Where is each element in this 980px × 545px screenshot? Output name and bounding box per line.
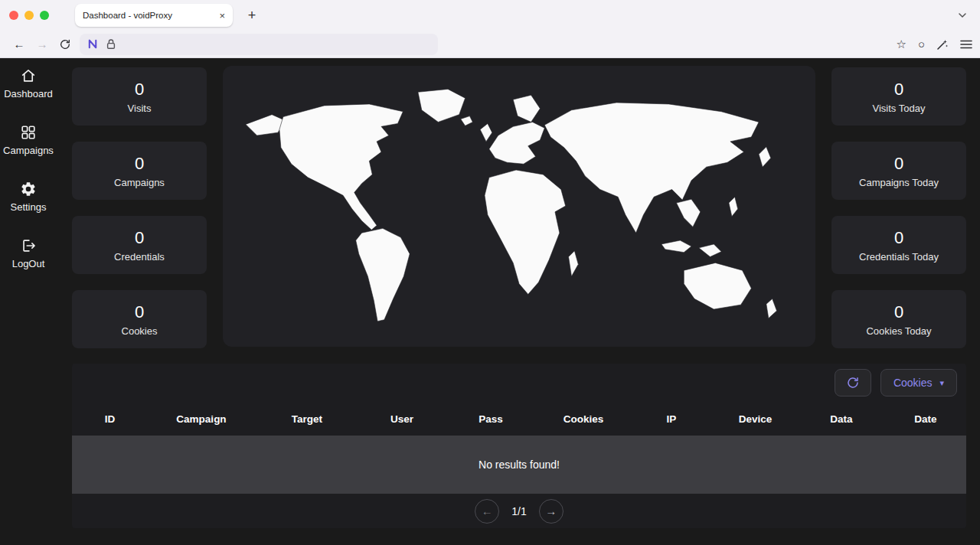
back-icon[interactable]: ← [8,38,31,51]
stat-label: Cookies [122,325,158,337]
column-header-cookies: Cookies [537,413,630,425]
stat-card-campaigns: 0 Campaigns [72,142,207,200]
stat-label: Cookies Today [866,325,931,337]
empty-results-row: No results found! [72,436,966,494]
empty-results-message: No results found! [479,459,560,471]
chevron-down-icon[interactable] [957,10,968,21]
browser-chrome: Dashboard - voidProxy × + ← → [0,0,980,58]
shield-circle-icon[interactable]: ○ [918,38,925,51]
refresh-button[interactable] [835,369,871,397]
sidebar-item-label: Settings [11,201,47,213]
stat-card-credentials: 0 Credentials [72,216,207,274]
logout-icon [20,237,37,254]
address-bar[interactable] [80,34,438,55]
arrow-right-icon: → [545,504,557,517]
reload-icon[interactable] [54,38,77,51]
stat-card-cookies-today: 0 Cookies Today [831,290,966,348]
browser-tab[interactable]: Dashboard - voidProxy × [75,4,233,27]
column-header-user: User [359,413,445,425]
cookies-filter-dropdown[interactable]: Cookies ▾ [880,369,957,397]
stat-label: Campaigns Today [859,177,939,188]
stat-card-cookies: 0 Cookies [72,290,207,348]
lock-icon[interactable] [106,38,116,50]
stat-label: Campaigns [114,177,165,188]
arrow-left-icon: ← [482,504,493,517]
window-controls [0,11,49,20]
gear-icon [20,181,37,197]
column-header-id: ID [72,413,148,425]
minimize-window-button[interactable] [24,11,34,20]
world-map-panel [223,66,815,347]
stat-card-credentials-today: 0 Credentials Today [831,216,966,274]
previous-page-button[interactable]: ← [475,499,499,524]
stats-column-today: 0 Visits Today 0 Campaigns Today 0 Crede… [831,67,966,348]
column-header-campaign: Campaign [148,413,255,425]
nav-right-actions: ☆ ○ [896,38,972,51]
stat-value: 0 [135,154,144,174]
sparkle-wand-icon[interactable] [936,38,949,51]
sidebar-item-label: Dashboard [4,88,53,100]
tab-bar: Dashboard - voidProxy × + [0,0,980,31]
results-panel: Cookies ▾ ID Campaign Target User Pass C… [72,364,966,528]
column-header-pass: Pass [445,413,537,425]
caret-down-icon: ▾ [939,378,944,388]
navigation-bar: ← → ☆ ○ [0,31,980,58]
dashboard-page: Dashboard Campaigns Settings LogOut [0,58,980,545]
sidebar-item-label: LogOut [12,258,45,269]
stat-value: 0 [894,154,903,174]
sidebar-item-label: Campaigns [3,145,54,156]
tab-title: Dashboard - voidProxy [83,11,214,20]
sidebar-item-campaigns[interactable]: Campaigns [3,124,54,156]
column-header-data: Data [798,413,885,425]
refresh-icon [846,376,860,390]
stat-value: 0 [894,302,903,322]
stat-label: Visits Today [873,103,926,114]
stat-label: Credentials [114,251,165,263]
results-toolbar: Cookies ▾ [72,364,966,402]
stat-value: 0 [135,80,144,100]
zoom-window-button[interactable] [40,11,49,20]
stat-label: Visits [128,103,152,114]
next-page-button[interactable]: → [539,499,564,524]
stat-value: 0 [135,302,144,322]
column-header-device: Device [713,413,798,425]
column-header-target: Target [255,413,359,425]
filter-label: Cookies [893,377,933,389]
home-icon [20,67,37,84]
stat-value: 0 [894,228,903,248]
table-header-row: ID Campaign Target User Pass Cookies IP … [72,402,966,436]
sidebar-item-dashboard[interactable]: Dashboard [4,67,53,100]
stat-card-visits: 0 Visits [72,67,207,126]
close-window-button[interactable] [9,11,18,20]
column-header-ip: IP [630,413,713,425]
sidebar-item-settings[interactable]: Settings [11,181,47,213]
sidebar: Dashboard Campaigns Settings LogOut [0,58,57,545]
new-tab-button[interactable]: + [243,8,260,24]
stat-card-visits-today: 0 Visits Today [831,67,966,126]
stats-column-totals: 0 Visits 0 Campaigns 0 Credentials 0 Coo… [72,67,207,348]
column-header-date: Date [885,413,966,425]
world-map [242,80,796,333]
stat-value: 0 [135,228,144,248]
page-indicator: 1/1 [511,505,526,517]
menu-hamburger-icon[interactable] [960,39,972,50]
bookmark-star-icon[interactable]: ☆ [896,38,906,51]
sidebar-item-logout[interactable]: LogOut [12,237,45,269]
extension-icon[interactable] [87,38,99,50]
stat-card-campaigns-today: 0 Campaigns Today [831,142,966,200]
grid-icon [20,124,37,141]
close-tab-icon[interactable]: × [219,10,225,21]
stat-value: 0 [894,80,903,100]
forward-icon[interactable]: → [31,38,54,51]
pagination: ← 1/1 → [72,494,966,528]
stat-label: Credentials Today [859,251,939,263]
